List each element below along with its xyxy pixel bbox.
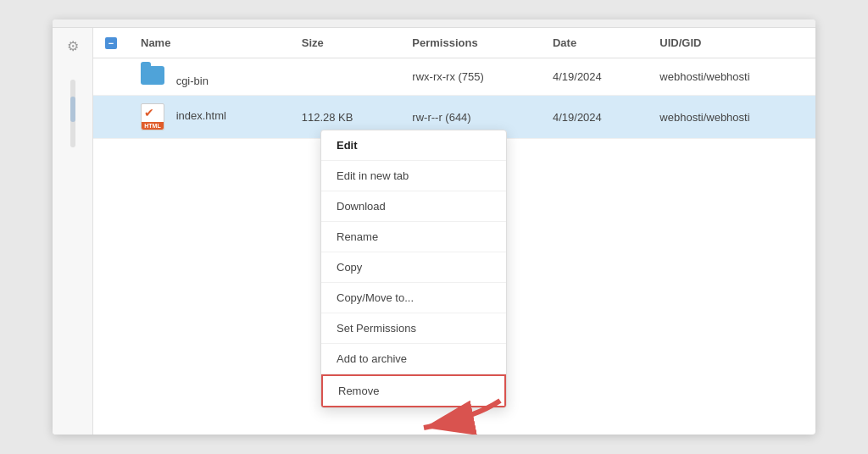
col-permissions[interactable]: Permissions	[400, 28, 541, 58]
col-size[interactable]: Size	[290, 28, 401, 58]
main-content: − Name Size Permissions Date UID/GID	[93, 28, 815, 435]
file-table: − Name Size Permissions Date UID/GID	[93, 28, 815, 139]
context-menu-item-copy[interactable]: Copy	[321, 252, 506, 283]
gear-icon[interactable]: ⚙	[67, 38, 79, 54]
context-menu-item-edit-in-new-tab[interactable]: Edit in new tab	[321, 161, 506, 191]
row-name: cgi-bin	[129, 58, 290, 96]
context-menu-item-remove[interactable]: Remove	[321, 374, 506, 407]
row-uid: webhosti/webhosti	[648, 58, 815, 96]
col-date[interactable]: Date	[541, 28, 648, 58]
window-body: ⚙ − Name Size Permissions Date UID/GID	[53, 28, 815, 435]
table-row[interactable]: cgi-bin rwx-rx-rx (755) 4/19/2024 webhos…	[93, 58, 815, 96]
col-name[interactable]: Name	[129, 28, 290, 58]
row-date: 4/19/2024	[541, 96, 648, 139]
row-name: ✔ HTML index.html	[129, 96, 290, 139]
scrollbar[interactable]	[70, 80, 75, 147]
row-size	[290, 58, 401, 96]
sidebar: ⚙	[53, 28, 93, 435]
row-uid: webhosti/webhosti	[648, 96, 815, 139]
context-menu-item-rename[interactable]: Rename	[321, 222, 506, 252]
context-menu-item-edit[interactable]: Edit	[321, 130, 506, 161]
select-all-checkbox[interactable]: −	[105, 37, 117, 49]
context-menu-item-copymove-to[interactable]: Copy/Move to...	[321, 283, 506, 313]
row-checkbox	[93, 58, 129, 96]
context-menu: EditEdit in new tabDownloadRenameCopyCop…	[320, 130, 507, 408]
row-permissions: rwx-rx-rx (755)	[400, 58, 541, 96]
file-manager-window: ⚙ − Name Size Permissions Date UID/GID	[53, 19, 815, 435]
row-checkbox	[93, 96, 129, 139]
col-uid[interactable]: UID/GID	[648, 28, 815, 58]
context-menu-item-add-to-archive[interactable]: Add to archive	[321, 344, 506, 374]
html-file-icon: ✔ HTML	[141, 103, 164, 130]
col-checkbox: −	[93, 28, 129, 58]
context-menu-item-set-permissions[interactable]: Set Permissions	[321, 313, 506, 344]
table-header-row: − Name Size Permissions Date UID/GID	[93, 28, 815, 58]
folder-icon	[141, 66, 164, 85]
row-date: 4/19/2024	[541, 58, 648, 96]
window-top-bar	[53, 19, 815, 28]
scrollbar-thumb	[70, 97, 75, 122]
context-menu-item-download[interactable]: Download	[321, 191, 506, 222]
